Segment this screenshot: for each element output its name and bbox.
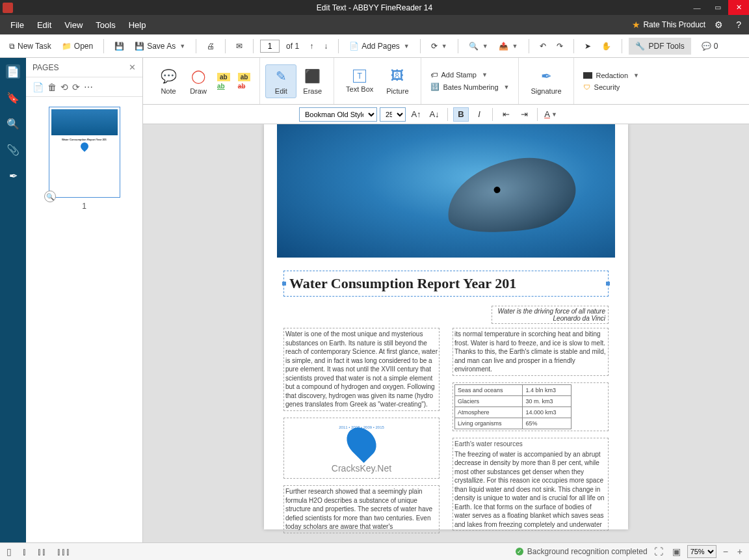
page-thumbnail[interactable]: Water Consumption Report Year 201 🔍	[49, 107, 120, 198]
font-color-button[interactable]: A▼	[543, 107, 558, 122]
redo-button[interactable]: ↷	[553, 39, 567, 53]
print-button[interactable]: 🖨	[203, 39, 218, 53]
view-cover-icon[interactable]: ⫿⫿⫿	[54, 546, 73, 557]
next-page-button[interactable]: ↓	[320, 39, 332, 53]
view-facing-icon[interactable]: ⫿⫿	[34, 546, 49, 557]
decrease-font-button[interactable]: A↓	[427, 107, 442, 122]
new-task-button[interactable]: ⧉ New Task	[5, 39, 55, 53]
rotate-button[interactable]: ⟳▼	[427, 39, 451, 53]
pdf-tools-button[interactable]: 🔧 PDF Tools	[629, 38, 691, 55]
add-pages-button[interactable]: 📄 Add Pages ▼	[345, 39, 414, 53]
strikethrough-icon[interactable]: ab	[238, 83, 251, 90]
paragraph-box[interactable]: Further research showed that a seemingly…	[283, 485, 440, 533]
indent-right-button[interactable]: ⇥	[516, 107, 532, 122]
settings-icon[interactable]: ⚙	[711, 20, 727, 30]
textbox-button[interactable]: T Text Box	[339, 67, 380, 96]
minimize-button[interactable]: —	[687, 0, 707, 15]
paragraph-box[interactable]: Earth's water resources The freezing of …	[453, 438, 609, 531]
menu-help[interactable]: Help	[122, 20, 153, 30]
title-editbox[interactable]: Water Consumption Report Year 201	[283, 271, 609, 297]
close-button[interactable]: ✕	[728, 0, 749, 15]
recognize-button[interactable]: 🔍▼	[465, 39, 492, 53]
rate-product-button[interactable]: ★ Rate This Product	[632, 20, 705, 30]
draw-button[interactable]: ◯ Draw	[183, 65, 213, 98]
paragraph-box[interactable]: Water is one of the most unique and myst…	[283, 328, 440, 411]
fit-width-icon[interactable]: ⛶	[651, 546, 666, 557]
resources-header: Earth's water resources	[454, 440, 607, 449]
hero-image	[277, 124, 615, 258]
add-stamp-button[interactable]: 🏷 Add Stamp ▼	[427, 70, 514, 80]
menu-tools[interactable]: Tools	[89, 20, 122, 30]
view-single-icon[interactable]: ▯	[4, 546, 14, 557]
prev-page-button[interactable]: ↑	[306, 39, 317, 53]
chevron-down-icon: ▼	[441, 43, 447, 49]
page-number-input[interactable]	[260, 40, 280, 53]
separator	[420, 39, 421, 53]
search-tab-icon[interactable]: 🔍	[6, 116, 20, 131]
paragraph-3: Further research showed that a seemingly…	[285, 488, 432, 530]
stamp-label: Add Stamp	[441, 71, 477, 79]
bold-button[interactable]: B	[453, 107, 469, 122]
redaction-button[interactable]: Redaction ▼	[579, 70, 643, 81]
more-icon[interactable]: ⋯	[84, 82, 93, 92]
font-size-select[interactable]: 25	[380, 107, 406, 122]
pages-tab-icon[interactable]: 📄	[6, 64, 20, 79]
close-panel-icon[interactable]: ✕	[129, 62, 136, 72]
italic-button[interactable]: I	[471, 107, 487, 122]
fit-page-icon[interactable]: ▣	[670, 546, 683, 557]
folder-icon: 📁	[62, 42, 72, 51]
edit-button[interactable]: ✎ Edit	[265, 64, 296, 98]
menu-edit[interactable]: Edit	[31, 20, 58, 30]
comments-button[interactable]: 💬 0	[698, 39, 722, 53]
pointer-button[interactable]: ➤	[581, 39, 595, 53]
delete-page-icon[interactable]: 🗑	[47, 82, 57, 92]
undo-button[interactable]: ↶	[536, 39, 550, 53]
zoom-select[interactable]: 75%	[687, 545, 716, 558]
security-button[interactable]: 🛡 Security	[579, 82, 643, 92]
highlight2-icon[interactable]: ab	[238, 73, 251, 81]
table-box[interactable]: Seas and oceans1.4 bln km3 Glaciers30 m.…	[453, 382, 609, 432]
zoom-out-icon[interactable]: −	[720, 546, 731, 557]
signature-button[interactable]: ✒ Signature	[524, 65, 568, 98]
increase-font-button[interactable]: A↑	[408, 107, 424, 122]
separator	[253, 39, 254, 53]
help-icon[interactable]: ?	[732, 20, 745, 30]
add-page-icon[interactable]: 📄	[33, 82, 44, 92]
rotate-left-icon[interactable]: ⟲	[60, 82, 68, 92]
bates-button[interactable]: 🔢 Bates Numbering ▼	[427, 81, 514, 92]
highlight-icon[interactable]: ab	[217, 73, 230, 81]
indent-left-button[interactable]: ⇤	[498, 107, 514, 122]
save-as-button[interactable]: 💾 Save As ▼	[131, 39, 189, 53]
note-button[interactable]: 💬 Note	[153, 65, 183, 98]
font-select[interactable]: Bookman Old Style	[299, 107, 377, 122]
maximize-button[interactable]: ▭	[707, 0, 728, 15]
page-of-label: of 1	[286, 42, 299, 51]
view-continuous-icon[interactable]: ⫿	[20, 546, 29, 557]
document-canvas[interactable]: Water Consumption Report Year 201 Water …	[143, 124, 749, 542]
paragraph-box[interactable]: its normal temperature in scorching heat…	[453, 328, 609, 376]
main-toolbar: ⧉ New Task 📁 Open 💾 💾 Save As ▼ 🖨 ✉ of 1…	[0, 34, 749, 58]
signature-label: Signature	[531, 87, 561, 95]
signatures-tab-icon[interactable]: ✒	[6, 168, 20, 183]
chart-box[interactable]: 2011 • 2008 • 2009 • 2015 CracksKey.Net	[283, 418, 440, 479]
erase-button[interactable]: ⬛ Erase	[296, 65, 328, 98]
picture-button[interactable]: 🖼 Picture	[380, 65, 415, 98]
menu-view[interactable]: View	[58, 20, 89, 30]
app-icon	[3, 3, 13, 13]
picture-icon: 🖼	[389, 68, 406, 85]
underline-icon[interactable]: ab	[217, 83, 230, 90]
open-button[interactable]: 📁 Open	[58, 39, 97, 53]
hand-button[interactable]: ✋	[598, 39, 615, 53]
bookmarks-tab-icon[interactable]: 🔖	[6, 90, 20, 105]
thumb-image	[51, 109, 118, 135]
print-icon: 🖨	[207, 42, 215, 51]
export-button[interactable]: 📤▼	[495, 39, 522, 53]
email-button[interactable]: ✉	[232, 39, 246, 53]
save-button[interactable]: 💾	[111, 39, 128, 53]
stamp-icon: 🏷	[430, 71, 438, 79]
statusbar: ▯ ⫿ ⫿⫿ ⫿⫿⫿ ✓ Background recognition comp…	[0, 542, 749, 560]
attachments-tab-icon[interactable]: 📎	[6, 142, 20, 157]
rotate-right-icon[interactable]: ⟳	[72, 82, 80, 92]
menu-file[interactable]: File	[4, 20, 31, 30]
zoom-in-icon[interactable]: +	[735, 546, 745, 557]
